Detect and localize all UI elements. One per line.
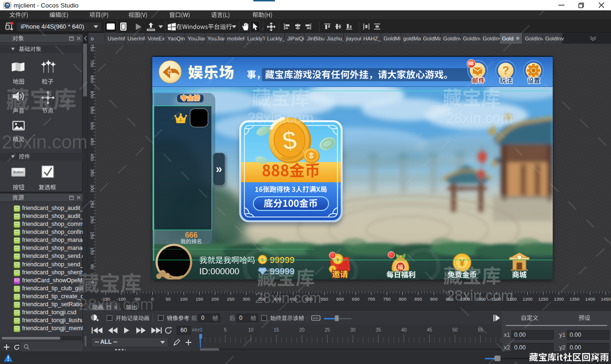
svg-text:850: 850: [415, 296, 422, 302]
svg-text:50: 50: [166, 296, 171, 302]
svg-text:350: 350: [90, 169, 95, 177]
svg-text:0: 0: [200, 327, 203, 333]
svg-text:1: 1: [180, 117, 182, 122]
svg-text:20: 20: [299, 327, 305, 333]
svg-text:550: 550: [321, 296, 328, 302]
svg-text:900: 900: [430, 296, 438, 302]
svg-text:300: 300: [243, 296, 250, 302]
svg-text:600: 600: [90, 91, 95, 98]
svg-text:?: ?: [502, 64, 509, 77]
svg-text:450: 450: [90, 138, 95, 145]
svg-text:1350: 1350: [570, 296, 580, 302]
svg-text:200: 200: [90, 216, 95, 224]
svg-text:100: 100: [180, 296, 188, 302]
svg-text:500: 500: [90, 122, 95, 130]
svg-text:400: 400: [90, 154, 95, 161]
svg-text:600: 600: [337, 296, 344, 302]
svg-text:1300: 1300: [554, 296, 564, 302]
svg-text:700: 700: [368, 296, 375, 302]
svg-text:$: $: [281, 125, 298, 156]
svg-text:150: 150: [196, 296, 203, 302]
svg-text:1200: 1200: [523, 296, 533, 302]
svg-text:300: 300: [90, 185, 95, 192]
svg-text:55: 55: [478, 327, 484, 333]
svg-text:550: 550: [90, 107, 95, 114]
svg-text:650: 650: [90, 75, 95, 83]
svg-text:200: 200: [212, 296, 219, 302]
svg-text:1250: 1250: [538, 296, 548, 302]
svg-text:150: 150: [90, 232, 95, 239]
svg-text:50: 50: [452, 327, 458, 333]
svg-text:10: 10: [248, 327, 254, 333]
svg-text:700: 700: [90, 60, 95, 67]
svg-text:800: 800: [399, 296, 407, 302]
svg-text:750: 750: [383, 296, 391, 302]
svg-text:15: 15: [274, 327, 279, 333]
svg-text:25: 25: [325, 327, 330, 333]
svg-text:35: 35: [376, 327, 382, 333]
svg-text:1400: 1400: [585, 296, 595, 302]
svg-text:750: 750: [90, 44, 95, 52]
svg-text:45: 45: [427, 327, 432, 333]
svg-text:40: 40: [401, 327, 407, 333]
svg-text:30: 30: [350, 327, 356, 333]
svg-text:250: 250: [227, 296, 235, 302]
svg-text:100: 100: [90, 247, 95, 255]
svg-text:5: 5: [224, 327, 227, 333]
svg-text:250: 250: [90, 201, 95, 208]
svg-text:650: 650: [352, 296, 360, 302]
svg-text:1450: 1450: [601, 296, 611, 302]
